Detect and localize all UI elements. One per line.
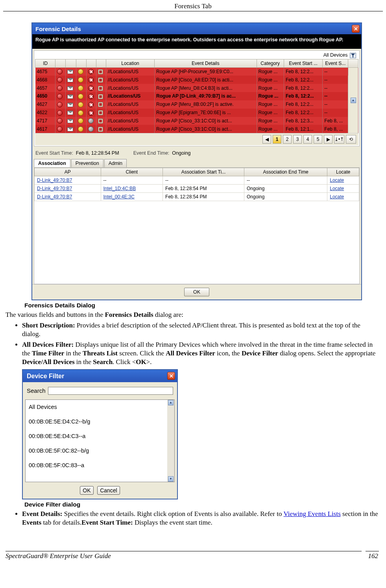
event-end-value: Ongoing bbox=[172, 150, 190, 156]
cell-location: //Locations/US bbox=[106, 100, 155, 109]
col-icon-5[interactable] bbox=[96, 59, 106, 67]
table-row[interactable]: 4650//Locations/USRogue AP [D-Link_49:70… bbox=[35, 92, 358, 100]
col-category[interactable]: Category bbox=[257, 59, 284, 67]
table-row[interactable]: 4617//Locations/USRogue AP [Cisco_33:1C:… bbox=[35, 125, 358, 133]
scrollbar[interactable]: ▲ bbox=[348, 67, 358, 133]
col-icon-2[interactable] bbox=[66, 59, 76, 67]
cell-stop: -- bbox=[323, 92, 348, 100]
pager-page[interactable]: 1 bbox=[273, 135, 281, 144]
cell-id: 4650 bbox=[35, 92, 55, 100]
status-icon bbox=[88, 110, 94, 116]
df-title: Device Filter bbox=[27, 372, 64, 380]
pager-page[interactable]: 3 bbox=[293, 135, 302, 144]
col-icon-3[interactable] bbox=[76, 59, 87, 67]
scroll-up-icon[interactable]: ▲ bbox=[168, 400, 174, 405]
close-icon[interactable]: ✕ bbox=[352, 25, 360, 33]
cell-assoc-end: Ongoing bbox=[244, 185, 327, 193]
ap-link[interactable]: D-Link_49:70:B7 bbox=[37, 178, 72, 183]
pager-page[interactable]: 4 bbox=[303, 135, 312, 144]
df-ok-button[interactable]: OK bbox=[80, 486, 93, 495]
assoc-col-ap[interactable]: AP bbox=[35, 168, 101, 176]
ok-button[interactable]: OK bbox=[184, 288, 209, 296]
table-row[interactable]: D-Link_49:70:B7Intel_1D:4C:BBFeb 8, 12:2… bbox=[35, 185, 359, 193]
events-table: ID Location Event Details Category Event… bbox=[35, 59, 358, 133]
table-row[interactable]: 4675//Locations/USRogue AP [HP-Procurve_… bbox=[35, 67, 358, 76]
status-icon bbox=[78, 85, 83, 91]
client-link[interactable]: Intel_00:4E:3C bbox=[103, 194, 135, 200]
cell-icon bbox=[86, 125, 96, 133]
assoc-col-start[interactable]: Association Start Ti... bbox=[163, 168, 244, 176]
pager-prev[interactable]: ◀ bbox=[262, 135, 271, 144]
cell-start: Feb 8, 12:2... bbox=[284, 100, 322, 109]
cell-details: Rogue AP [Meru_8B:00:2F] is active. bbox=[155, 100, 257, 109]
table-row[interactable]: D-Link_49:70:B7------Locate bbox=[35, 176, 359, 185]
dialog-titlebar[interactable]: Forensic Details ✕ bbox=[32, 23, 361, 34]
status-icon bbox=[67, 119, 73, 123]
df-titlebar[interactable]: Device Filter ✕ bbox=[23, 370, 177, 382]
col-id[interactable]: ID bbox=[35, 59, 55, 67]
col-event-start[interactable]: Event Start ... bbox=[284, 59, 322, 67]
cell-category: Rogue ... bbox=[257, 84, 284, 92]
status-icon bbox=[78, 126, 83, 132]
table-row[interactable]: 4717//Locations/USRogue AP [Cisco_33:1C:… bbox=[35, 117, 358, 125]
table-row[interactable]: 4627//Locations/USRogue AP [Meru_8B:00:2… bbox=[35, 100, 358, 109]
status-icon bbox=[57, 77, 63, 83]
status-icon bbox=[88, 102, 94, 107]
tab-prevention[interactable]: Prevention bbox=[71, 159, 103, 167]
tab-admin[interactable]: Admin bbox=[104, 159, 127, 167]
cell-details: Rogue AP [D-Link_49:70:B7] is ac... bbox=[155, 92, 257, 100]
df-scrollbar[interactable]: ▲ ▼ bbox=[167, 400, 174, 482]
tab-association[interactable]: Association bbox=[34, 159, 70, 167]
cell-icon bbox=[55, 117, 66, 125]
list-item[interactable]: 00:0B:0E:5E:D4:C3--a bbox=[26, 429, 167, 444]
cell-icon bbox=[96, 109, 106, 117]
assoc-col-client[interactable]: Client bbox=[101, 168, 163, 176]
search-input[interactable] bbox=[48, 387, 173, 395]
assoc-col-end[interactable]: Association End Time bbox=[244, 168, 327, 176]
bullet-event-details: Event Details: Specifies the event detai… bbox=[22, 510, 378, 527]
df-cancel-button[interactable]: Cancel bbox=[97, 486, 120, 495]
table-row[interactable]: 4657//Locations/USRogue AP [Meru_D8:C4:B… bbox=[35, 84, 358, 92]
cell-location: //Locations/US bbox=[106, 76, 155, 84]
pager-jump-icon[interactable]: ⤓•⤒ bbox=[334, 135, 344, 144]
locate-link[interactable]: Locate bbox=[330, 194, 344, 200]
cell-details: Rogue AP [Cisco_33:1C:C0] is act... bbox=[155, 125, 257, 133]
col-event-stop[interactable]: Event S... bbox=[323, 59, 348, 67]
pager-page[interactable]: 2 bbox=[283, 135, 292, 144]
pager-refresh-icon[interactable]: ⟲ bbox=[346, 135, 356, 144]
col-event-details[interactable]: Event Details bbox=[155, 59, 257, 67]
col-icon-1[interactable] bbox=[55, 59, 66, 67]
ap-link[interactable]: D-Link_49:70:B7 bbox=[37, 194, 72, 200]
client-link[interactable]: Intel_1D:4C:BB bbox=[103, 186, 136, 191]
cell-category: Rogue ... bbox=[257, 100, 284, 109]
pager-page[interactable]: 5 bbox=[314, 135, 322, 144]
df-list[interactable]: All Devices00:0B:0E:5E:D4:C2--b/g00:0B:0… bbox=[26, 400, 167, 482]
scroll-down-icon[interactable]: ▼ bbox=[168, 476, 174, 482]
list-item[interactable]: 00:0B:0E:5F:0C:83--a bbox=[26, 458, 167, 473]
locate-link[interactable]: Locate bbox=[330, 186, 344, 191]
col-icon-4[interactable] bbox=[86, 59, 96, 67]
assoc-col-locate[interactable]: Locate bbox=[327, 168, 359, 176]
list-item[interactable]: All Devices bbox=[26, 400, 167, 414]
cell-icon bbox=[96, 117, 106, 125]
locate-link[interactable]: Locate bbox=[330, 178, 344, 183]
scroll-up-icon[interactable]: ▲ bbox=[351, 98, 356, 103]
cell-location: //Locations/US bbox=[106, 117, 155, 125]
ap-link[interactable]: D-Link_49:70:B7 bbox=[37, 186, 72, 191]
viewing-events-lists-link[interactable]: Viewing Events Lists bbox=[283, 510, 340, 518]
table-row[interactable]: D-Link_49:70:B7Intel_00:4E:3CFeb 8, 12:2… bbox=[35, 193, 359, 201]
df-search-label: Search bbox=[27, 387, 46, 395]
pager-next[interactable]: ▶ bbox=[324, 135, 332, 144]
cell-icon bbox=[55, 109, 66, 117]
cell-icon bbox=[86, 92, 96, 100]
cell-ap: D-Link_49:70:B7 bbox=[35, 176, 101, 185]
list-item[interactable]: 00:0B:0E:5F:0C:82--b/g bbox=[26, 444, 167, 458]
event-end-label: Event End Time: bbox=[133, 150, 170, 156]
col-location[interactable]: Location bbox=[106, 59, 155, 67]
table-row[interactable]: 4622//Locations/USRogue AP [Epigram_7E:0… bbox=[35, 109, 358, 117]
table-row[interactable]: 4668//Locations/USRogue AP [Cisco_A8:ED:… bbox=[35, 76, 358, 84]
cell-assoc-start: Feb 8, 12:28:54 PM bbox=[163, 193, 244, 201]
close-icon[interactable]: ✕ bbox=[167, 372, 175, 380]
list-item[interactable]: 00:0B:0E:5E:D4:C2--b/g bbox=[26, 414, 167, 429]
filter-icon[interactable] bbox=[350, 53, 356, 58]
